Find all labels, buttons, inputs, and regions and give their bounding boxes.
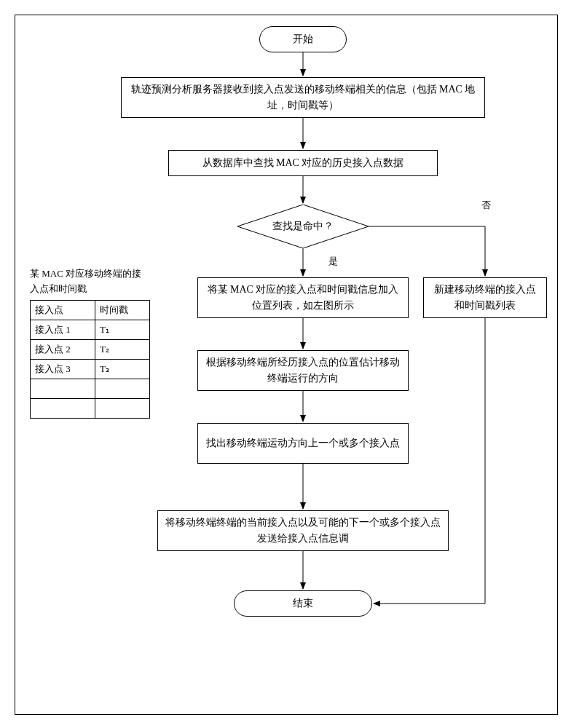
ap-timestamp-table: 接入点 时间戳 接入点 1T₁ 接入点 2T₂ 接入点 3T₃ [30,300,150,419]
start-node: 开始 [259,26,347,52]
step3-no-node: 新建移动终端的接入点和时间戳列表 [423,277,547,318]
step4-label: 根据移动终端所经历接入点的位置估计移动终端运行的方向 [204,355,402,387]
decision-node: 查找是命中？ [237,205,369,248]
header-ts: 时间戳 [95,300,150,320]
step2-node: 从数据库中查找 MAC 对应的历史接入点数据 [168,150,438,176]
table-header-row: 接入点 时间戳 [31,300,150,320]
table-row [31,398,150,418]
side-table: 某 MAC 对应移动终端的接入点和时间戳 接入点 时间戳 接入点 1T₁ 接入点… [30,266,150,419]
start-label: 开始 [293,33,313,46]
step6-label: 将移动终端终端的当前接入点以及可能的下一个或多个接入点发送给接入点信息调 [164,515,442,547]
step2-label: 从数据库中查找 MAC 对应的历史接入点数据 [202,157,404,170]
table-row: 接入点 2T₂ [31,339,150,359]
step3-no-label: 新建移动终端的接入点和时间戳列表 [430,282,540,314]
side-table-caption: 某 MAC 对应移动终端的接入点和时间戳 [30,266,150,297]
decision-label: 查找是命中？ [272,220,334,233]
table-row [31,379,150,398]
step5-label: 找出移动终端运动方向上一个或多个接入点 [206,435,400,451]
header-ap: 接入点 [31,300,95,320]
step3-yes-node: 将某 MAC 对应的接入点和时间戳信息加入位置列表，如左图所示 [197,277,409,318]
table-row: 接入点 1T₁ [31,320,150,339]
end-node: 结束 [234,590,372,617]
no-label: 否 [481,199,491,212]
step4-node: 根据移动终端所经历接入点的位置估计移动终端运行的方向 [197,350,409,391]
end-label: 结束 [293,597,313,610]
yes-label: 是 [328,255,338,268]
step1-label: 轨迹预测分析服务器接收到接入点发送的移动终端相关的信息（包括 MAC 地址，时间… [127,82,479,114]
flowchart-container: 开始 轨迹预测分析服务器接收到接入点发送的移动终端相关的信息（包括 MAC 地址… [15,15,558,715]
step3-yes-label: 将某 MAC 对应的接入点和时间戳信息加入位置列表，如左图所示 [204,282,402,314]
step6-node: 将移动终端终端的当前接入点以及可能的下一个或多个接入点发送给接入点信息调 [157,510,449,551]
table-row: 接入点 3T₃ [31,359,150,379]
step1-node: 轨迹预测分析服务器接收到接入点发送的移动终端相关的信息（包括 MAC 地址，时间… [121,77,485,118]
step5-node: 找出移动终端运动方向上一个或多个接入点 [197,423,409,464]
